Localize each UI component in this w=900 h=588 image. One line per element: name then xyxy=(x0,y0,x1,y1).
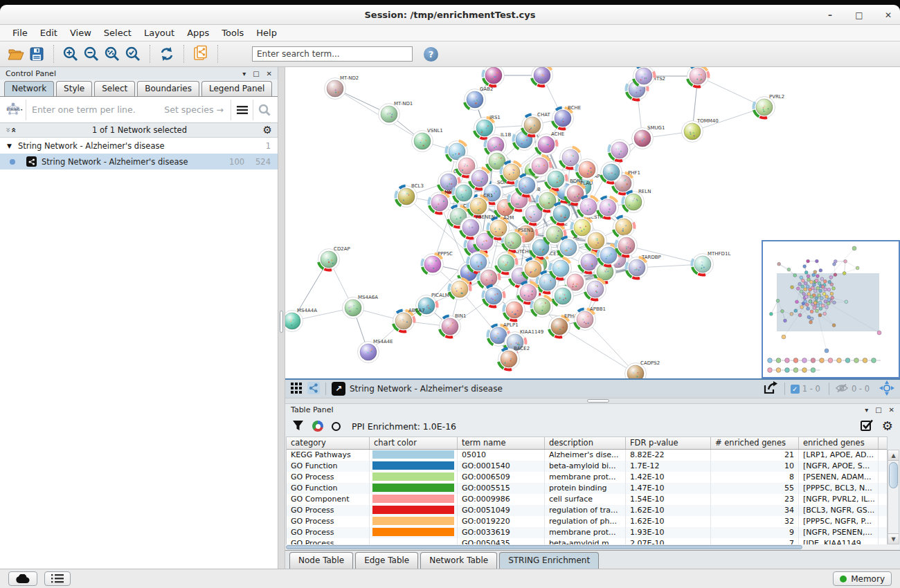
menu-tools[interactable]: Tools xyxy=(216,26,249,39)
string-options-button[interactable] xyxy=(231,100,253,120)
network-node[interactable] xyxy=(483,67,504,86)
network-node[interactable]: CD2AP xyxy=(318,246,350,270)
network-collection-row[interactable]: ▼ String Network - Alzheimer's disease 1 xyxy=(0,138,278,154)
network-node[interactable]: MS4A4A xyxy=(285,308,317,332)
column-header-chart-color[interactable]: chart color xyxy=(370,437,458,449)
panel-float-icon[interactable]: □ xyxy=(875,406,881,414)
tab-select[interactable]: Select xyxy=(94,81,135,96)
network-node[interactable]: GAB2 xyxy=(465,86,494,111)
menu-file[interactable]: File xyxy=(7,26,33,39)
panel-close-icon[interactable]: ✕ xyxy=(267,70,272,77)
network-node[interactable] xyxy=(578,196,600,218)
network-node[interactable] xyxy=(609,140,630,161)
zoom-in-button[interactable] xyxy=(60,44,81,64)
network-node[interactable]: MS4A4E xyxy=(358,339,393,363)
network-node[interactable]: TOMM40 xyxy=(682,118,719,143)
menu-apps[interactable]: Apps xyxy=(181,26,215,39)
filter-funnel-icon[interactable] xyxy=(292,420,304,433)
tab-node-table[interactable]: Node Table xyxy=(289,552,353,569)
search-input[interactable] xyxy=(252,46,413,62)
network-node[interactable]: MTHFD1L xyxy=(692,251,730,275)
network-node[interactable] xyxy=(516,175,537,196)
network-canvas[interactable]: MT-ND2MT-ND1VSNL1GAB2IRS1IL1BTNFCHATBCHE… xyxy=(285,67,900,378)
enrichment-settings-gear-icon[interactable]: ⚙ xyxy=(882,420,893,432)
column-header-FDR-p-value[interactable]: FDR p-value xyxy=(626,437,711,449)
scroll-down-arrow[interactable]: ▼ xyxy=(888,533,899,544)
network-node[interactable]: MT-ND1 xyxy=(379,101,413,125)
column-header-description[interactable]: description xyxy=(545,437,626,449)
tab-edge-table[interactable]: Edge Table xyxy=(355,552,418,569)
zoom-selected-button[interactable] xyxy=(123,44,143,64)
table-row[interactable]: GO FunctionGO:0005515protein binding1.47… xyxy=(287,483,887,494)
splitter-handle[interactable] xyxy=(587,399,609,403)
column-header--enriched-genes[interactable]: # enriched genes xyxy=(711,437,799,449)
network-node[interactable] xyxy=(601,162,622,183)
selected-nodes-checkbox-icon[interactable]: ✓ xyxy=(791,385,800,394)
panel-splitter[interactable] xyxy=(278,67,285,569)
network-node[interactable] xyxy=(687,67,709,87)
column-header-term-name[interactable]: term name xyxy=(458,437,545,449)
network-node[interactable] xyxy=(503,300,525,321)
menu-edit[interactable]: Edit xyxy=(35,26,63,39)
tab-string-enrichment[interactable]: STRING Enrichment xyxy=(499,552,599,569)
scroll-up-arrow[interactable]: ▲ xyxy=(888,450,899,461)
panel-menu-icon[interactable]: ▾ xyxy=(242,70,246,77)
navigator-compass-icon[interactable] xyxy=(879,380,894,398)
open-external-icon[interactable]: ↗ xyxy=(332,382,345,396)
network-node[interactable] xyxy=(483,286,504,307)
table-row[interactable]: GO ProcessGO:0050435beta-amyloid m...2.0… xyxy=(287,538,887,544)
network-row-selected[interactable]: String Network - Alzheimer's disease 100… xyxy=(0,154,278,169)
network-node[interactable] xyxy=(615,235,637,257)
column-header-enriched-genes[interactable]: enriched genes xyxy=(799,437,879,449)
menu-view[interactable]: View xyxy=(64,26,97,39)
table-row[interactable]: GO ProcessGO:0019220regulation of ph...1… xyxy=(287,516,887,527)
save-session-button[interactable] xyxy=(26,44,47,64)
network-node[interactable]: SMUG1 xyxy=(632,125,665,149)
cloud-button[interactable] xyxy=(8,571,37,586)
horizontal-scrollbar[interactable] xyxy=(286,544,899,550)
network-node[interactable]: MS4A6A xyxy=(343,295,379,319)
network-node[interactable] xyxy=(532,67,553,86)
column-header-category[interactable]: category xyxy=(287,437,370,449)
string-logo-icon[interactable]: STRING xyxy=(3,100,26,120)
select-all-terms-icon[interactable] xyxy=(861,419,874,433)
menu-layout[interactable]: Layout xyxy=(138,26,180,39)
panel-close-icon[interactable]: ✕ xyxy=(889,406,894,414)
zoom-fit-button[interactable] xyxy=(102,44,123,64)
network-node[interactable] xyxy=(531,296,552,318)
network-node[interactable] xyxy=(576,159,597,181)
panel-float-icon[interactable]: □ xyxy=(253,70,259,77)
network-node[interactable]: MT-ND2 xyxy=(325,75,359,100)
network-options-gear-icon[interactable]: ⚙ xyxy=(263,125,272,136)
network-node[interactable] xyxy=(449,279,470,300)
tab-style[interactable]: Style xyxy=(56,81,92,96)
network-node[interactable]: BIN1 xyxy=(440,313,467,338)
string-search-button[interactable] xyxy=(253,100,275,120)
tab-network[interactable]: Network xyxy=(4,81,54,96)
network-node[interactable]: APBB1 xyxy=(575,306,606,331)
table-splitter[interactable] xyxy=(285,398,900,404)
network-node[interactable]: RELN xyxy=(622,189,651,213)
share-view-icon[interactable] xyxy=(307,382,320,396)
collection-expand-icon[interactable]: ▼ xyxy=(7,143,12,149)
refresh-button[interactable] xyxy=(156,44,177,64)
menu-help[interactable]: Help xyxy=(251,26,282,39)
tab-boundaries[interactable]: Boundaries xyxy=(137,81,199,96)
network-node[interactable]: PPP5C xyxy=(422,251,453,275)
tab-network-table[interactable]: Network Table xyxy=(420,552,497,569)
task-list-button[interactable] xyxy=(44,571,71,586)
network-node[interactable] xyxy=(552,286,574,307)
table-row[interactable]: KEGG Pathways05010Alzheimer's dise...8.8… xyxy=(287,450,887,461)
help-button[interactable]: ? xyxy=(424,47,438,62)
network-node[interactable] xyxy=(597,197,619,219)
birds-eye-view[interactable] xyxy=(762,240,900,378)
network-node[interactable]: ABCA7 xyxy=(393,308,425,332)
vertical-scrollbar[interactable]: ▲ ▼ xyxy=(888,450,899,544)
expand-all-icon[interactable]: « xyxy=(9,127,19,133)
network-node[interactable]: BCHE xyxy=(552,105,582,129)
table-row[interactable]: GO ProcessGO:0051049regulation of tra...… xyxy=(287,505,887,516)
network-node[interactable]: BACE2 xyxy=(498,346,530,370)
network-file-share-button[interactable] xyxy=(190,44,211,64)
maximize-button[interactable]: □ xyxy=(853,10,865,20)
remove-charts-icon[interactable] xyxy=(332,422,341,431)
